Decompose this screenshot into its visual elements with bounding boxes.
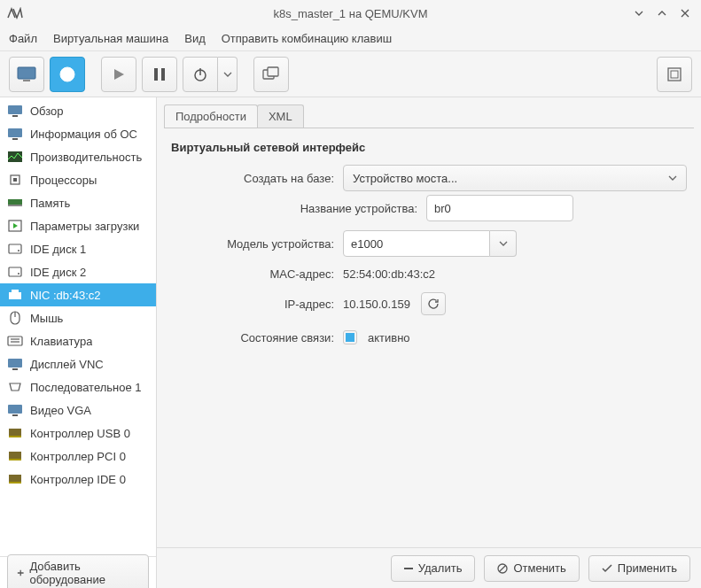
sidebar-item-10[interactable]: Клавиатура — [0, 329, 156, 352]
sidebar-item-1[interactable]: Информация об ОС — [0, 122, 156, 145]
monitor-icon — [7, 357, 23, 371]
plus-icon — [17, 569, 24, 577]
mac-label: MAC-адрес: — [171, 267, 336, 281]
pause-button[interactable] — [142, 57, 177, 92]
svg-rect-0 — [18, 67, 35, 79]
sidebar-item-3[interactable]: Процессоры — [0, 168, 156, 191]
sidebar-item-label: Клавиатура — [30, 335, 92, 348]
linkstate-value: активно — [368, 331, 410, 344]
svg-point-26 — [18, 273, 19, 275]
ip-value: 10.150.0.159 — [343, 298, 410, 311]
details-panel: Виртуальный сетевой интерфейс Создать на… — [157, 128, 701, 547]
menubar: Файл Виртуальная машина Вид Отправить ко… — [0, 27, 701, 51]
serial-icon — [7, 380, 23, 394]
ip-refresh-button[interactable] — [421, 292, 446, 315]
fullscreen-button[interactable] — [657, 57, 692, 92]
menu-sendkey[interactable]: Отправить комбинацию клавиш — [222, 32, 392, 45]
cancel-button[interactable]: Отменить — [484, 555, 579, 582]
svg-rect-43 — [9, 482, 21, 484]
svg-rect-44 — [404, 568, 413, 569]
svg-rect-5 — [154, 68, 158, 81]
device-model-select[interactable]: e1000 — [343, 230, 517, 257]
svg-rect-6 — [161, 68, 165, 81]
disk-icon — [7, 265, 23, 279]
apply-button[interactable]: Применить — [588, 555, 690, 582]
shutdown-menu-button[interactable] — [218, 57, 238, 92]
sidebar-item-8[interactable]: NIC :db:43:c2 — [0, 283, 156, 306]
sidebar: ОбзорИнформация об ОСПроизводительностьП… — [0, 97, 157, 588]
shutdown-button[interactable] — [183, 57, 218, 92]
app-icon — [7, 5, 23, 21]
device-model-dd[interactable] — [490, 230, 517, 257]
svg-rect-16 — [12, 138, 18, 140]
sidebar-item-9[interactable]: Мышь — [0, 306, 156, 329]
sidebar-item-4[interactable]: Память — [0, 191, 156, 214]
sidebar-item-14[interactable]: Контроллер USB 0 — [0, 422, 156, 445]
maximize-button[interactable] — [653, 4, 671, 22]
add-hardware-button[interactable]: Добавить оборудование — [7, 554, 149, 589]
keyboard-icon — [7, 334, 23, 348]
model-label: Модель устройства: — [171, 237, 336, 251]
sidebar-item-13[interactable]: Видео VGA — [0, 398, 156, 422]
sidebar-item-label: IDE диск 2 — [30, 266, 86, 279]
tabbar: Подробности XML — [157, 101, 701, 128]
svg-rect-4 — [66, 73, 68, 79]
mouse-icon — [7, 311, 23, 325]
menu-view[interactable]: Вид — [184, 32, 206, 45]
panel-heading: Виртуальный сетевой интерфейс — [171, 141, 687, 154]
svg-rect-12 — [671, 71, 678, 78]
linkstate-label: Состояние связи: — [171, 331, 336, 344]
chevron-down-icon — [668, 175, 677, 181]
svg-point-24 — [18, 250, 19, 251]
mac-value: 52:54:00:db:43:c2 — [343, 267, 435, 281]
sidebar-item-11[interactable]: Дисплей VNC — [0, 352, 156, 375]
close-button[interactable] — [676, 4, 694, 22]
perf-icon — [7, 150, 23, 164]
toolbar — [0, 51, 701, 97]
sidebar-item-0[interactable]: Обзор — [0, 99, 156, 122]
nic-icon — [7, 288, 23, 302]
svg-rect-11 — [668, 68, 681, 81]
device-name-input[interactable]: br0 — [426, 195, 573, 221]
devname-label: Название устройства: — [171, 202, 419, 215]
console-button[interactable] — [9, 57, 44, 92]
ctrl-icon — [7, 472, 23, 486]
tab-xml[interactable]: XML — [257, 104, 304, 128]
footer: Удалить Отменить Применить — [157, 547, 701, 588]
delete-button[interactable]: Удалить — [391, 555, 476, 582]
svg-rect-14 — [12, 115, 18, 117]
ctrl-icon — [7, 426, 23, 440]
details-button[interactable] — [50, 57, 85, 92]
svg-rect-36 — [8, 405, 22, 414]
svg-rect-35 — [12, 368, 18, 370]
menu-vm[interactable]: Виртуальная машина — [53, 32, 168, 45]
sidebar-item-6[interactable]: IDE диск 1 — [0, 237, 156, 260]
svg-rect-34 — [8, 359, 22, 368]
sidebar-item-2[interactable]: Производительность — [0, 145, 156, 168]
menu-file[interactable]: Файл — [9, 32, 37, 45]
run-button[interactable] — [101, 57, 136, 92]
svg-rect-27 — [9, 292, 21, 299]
monitor-icon — [7, 104, 23, 118]
monitor-icon — [7, 127, 23, 141]
linkstate-checkbox[interactable] — [343, 330, 357, 344]
network-source-select[interactable]: Устройство моста... — [343, 165, 687, 191]
sidebar-item-label: Контроллер IDE 0 — [30, 473, 126, 486]
svg-rect-39 — [9, 436, 21, 437]
monitor-icon — [7, 403, 23, 417]
sidebar-item-label: Производительность — [30, 151, 142, 164]
sidebar-item-16[interactable]: Контроллер IDE 0 — [0, 468, 156, 491]
svg-rect-23 — [9, 244, 21, 253]
svg-rect-13 — [8, 105, 22, 114]
boot-icon — [7, 219, 23, 233]
minimize-button[interactable] — [630, 4, 648, 22]
svg-rect-38 — [9, 429, 21, 436]
sidebar-item-7[interactable]: IDE диск 2 — [0, 260, 156, 283]
cancel-icon — [497, 563, 508, 574]
sidebar-item-15[interactable]: Контроллер PCI 0 — [0, 445, 156, 468]
sidebar-item-5[interactable]: Параметры загрузки — [0, 214, 156, 237]
sidebar-item-12[interactable]: Последовательное 1 — [0, 375, 156, 398]
snapshots-button[interactable] — [253, 57, 289, 92]
tab-details[interactable]: Подробности — [164, 104, 258, 128]
svg-rect-21 — [8, 205, 22, 206]
